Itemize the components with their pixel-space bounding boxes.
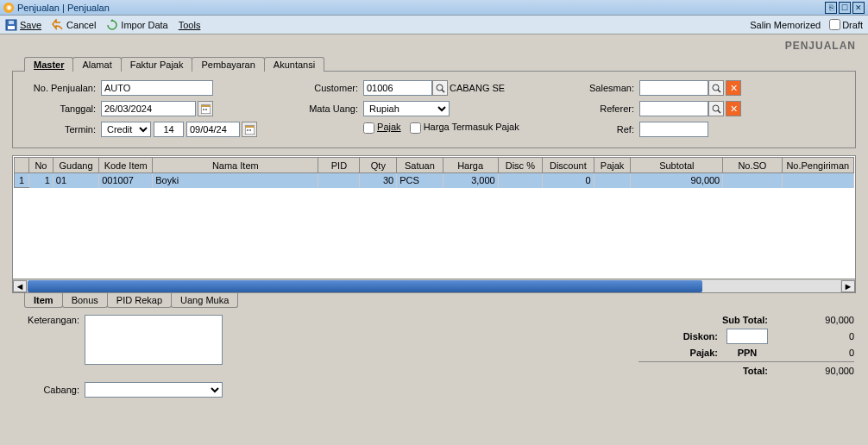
search-icon — [712, 104, 721, 114]
window-close-button[interactable]: ✕ — [852, 2, 865, 14]
subtab-bonus[interactable]: Bonus — [62, 293, 108, 308]
col-pid[interactable]: PID — [318, 158, 360, 173]
app-icon: ◉ — [3, 3, 14, 13]
svg-line-12 — [442, 90, 444, 92]
svg-point-15 — [713, 105, 719, 111]
tanggal-label: Tanggal: — [22, 103, 96, 114]
tab-pembayaran[interactable]: Pembayaran — [192, 57, 264, 72]
salesman-input[interactable] — [639, 80, 708, 96]
col-pajak[interactable]: Pajak — [594, 158, 631, 173]
window-maximize-button[interactable]: ☐ — [839, 2, 851, 14]
termin-days-input[interactable] — [154, 122, 184, 137]
search-icon — [436, 84, 445, 93]
tanggal-input[interactable] — [101, 101, 196, 116]
toolbar: Save Cancel Impor Data Tools Salin Memor… — [0, 16, 868, 34]
col-disc-pct[interactable]: Disc % — [498, 158, 542, 173]
search-icon — [712, 84, 721, 93]
col-kode-item[interactable]: Kode Item — [99, 158, 153, 173]
svg-line-16 — [718, 110, 720, 113]
draft-checkbox[interactable]: Draft — [829, 19, 863, 30]
tab-alamat[interactable]: Alamat — [72, 57, 121, 72]
footer: Keterangan: Cabang: Sub Total: 90,000 Di… — [0, 308, 868, 422]
mata-uang-label: Mata Uang: — [306, 103, 358, 114]
referer-search-button[interactable] — [708, 101, 724, 116]
diskon-value: 0 — [777, 331, 854, 342]
grid-empty-area[interactable] — [14, 188, 854, 278]
row-indicator[interactable]: 1 — [15, 173, 29, 188]
sub-tabs: Item Bonus PID Rekap Uang Muka — [0, 293, 868, 308]
col-satuan[interactable]: Satuan — [397, 158, 443, 173]
save-button[interactable]: Save — [5, 19, 41, 31]
scroll-thumb[interactable] — [28, 280, 702, 292]
undo-icon — [52, 19, 64, 31]
col-no-pengiriman[interactable]: No.Pengiriman — [782, 158, 853, 173]
termin-due-input[interactable] — [186, 122, 240, 137]
clear-icon: ✕ — [730, 103, 738, 115]
table-row[interactable]: 1 1 01 001007 Boyki 30 PCS 3,000 0 90,00… — [15, 173, 854, 188]
col-no[interactable]: No — [29, 158, 53, 173]
title-bar: ◉ Penjualan | Penjualan ⎘ ☐ ✕ — [0, 0, 868, 16]
scroll-track[interactable] — [28, 280, 840, 292]
scroll-left-button[interactable]: ◄ — [13, 280, 27, 292]
main-tabs: Master Alamat Faktur Pajak Pembayaran Ak… — [0, 53, 868, 71]
customer-label: Customer: — [306, 83, 358, 93]
salesman-search-button[interactable] — [708, 80, 724, 96]
items-grid: No Gudang Kode Item Nama Item PID Qty Sa… — [12, 155, 856, 279]
svg-point-13 — [713, 85, 719, 91]
scroll-right-button[interactable]: ► — [841, 280, 855, 292]
window-restore-button[interactable]: ⎘ — [825, 2, 837, 14]
master-panel: No. Penjualan: Tanggal: Termin: Credit — [12, 71, 856, 148]
termin-date-picker[interactable] — [242, 122, 257, 137]
pajak-checkbox[interactable]: Pajak — [363, 122, 401, 134]
tab-faktur-pajak[interactable]: Faktur Pajak — [121, 57, 193, 72]
subtotal-label: Sub Total: — [722, 315, 768, 325]
calendar-icon — [201, 104, 211, 114]
no-penjualan-input[interactable] — [101, 80, 213, 96]
ref-input[interactable] — [639, 122, 708, 137]
diskon-input[interactable] — [726, 329, 768, 344]
subtab-pid-rekap[interactable]: PID Rekap — [107, 293, 172, 308]
col-discount[interactable]: Discount — [542, 158, 594, 173]
no-penjualan-label: No. Penjualan: — [22, 83, 96, 93]
referer-input[interactable] — [639, 101, 708, 116]
col-qty[interactable]: Qty — [360, 158, 397, 173]
svg-rect-6 — [205, 109, 207, 110]
svg-rect-5 — [203, 109, 204, 110]
impor-data-button[interactable]: Impor Data — [106, 19, 167, 31]
col-gudang[interactable]: Gudang — [53, 158, 98, 173]
cancel-button[interactable]: Cancel — [52, 19, 96, 31]
total-label: Total: — [743, 366, 768, 376]
row-selector-header — [15, 158, 29, 173]
col-harga[interactable]: Harga — [443, 158, 498, 173]
calendar-icon — [245, 125, 255, 135]
referer-clear-button[interactable]: ✕ — [726, 101, 741, 116]
subtab-uang-muka[interactable]: Uang Muka — [171, 293, 238, 308]
svg-rect-9 — [247, 129, 248, 131]
harga-termasuk-pajak-checkbox[interactable]: Harga Termasuk Pajak — [410, 122, 519, 134]
salesman-label: Salesman: — [582, 83, 634, 93]
subtab-item[interactable]: Item — [24, 293, 63, 308]
svg-rect-4 — [201, 105, 211, 107]
page-title: PENJUALAN — [0, 34, 868, 53]
col-nama-item[interactable]: Nama Item — [153, 158, 318, 173]
grid-hscrollbar[interactable]: ◄ ► — [12, 279, 856, 293]
window-title: Penjualan | Penjualan — [17, 3, 110, 13]
keterangan-textarea[interactable] — [85, 315, 223, 365]
pajak-label: Pajak: — [690, 348, 718, 358]
termin-type-select[interactable]: Credit — [101, 122, 151, 137]
svg-rect-1 — [8, 26, 15, 29]
tab-akuntansi[interactable]: Akuntansi — [264, 57, 324, 72]
svg-rect-2 — [9, 21, 14, 24]
salin-memorized-button[interactable]: Salin Memorized — [750, 20, 821, 30]
tanggal-date-picker[interactable] — [198, 101, 213, 116]
salesman-clear-button[interactable]: ✕ — [726, 80, 741, 96]
customer-search-button[interactable] — [432, 80, 448, 96]
col-no-so[interactable]: No.SO — [723, 158, 782, 173]
customer-code-input[interactable] — [363, 80, 432, 96]
tab-master[interactable]: Master — [24, 57, 73, 72]
cabang-select[interactable] — [85, 382, 223, 398]
tools-dropdown[interactable]: Tools — [179, 20, 201, 30]
col-subtotal[interactable]: Subtotal — [631, 158, 723, 173]
mata-uang-select[interactable]: Rupiah — [363, 101, 450, 116]
svg-line-14 — [718, 90, 720, 92]
